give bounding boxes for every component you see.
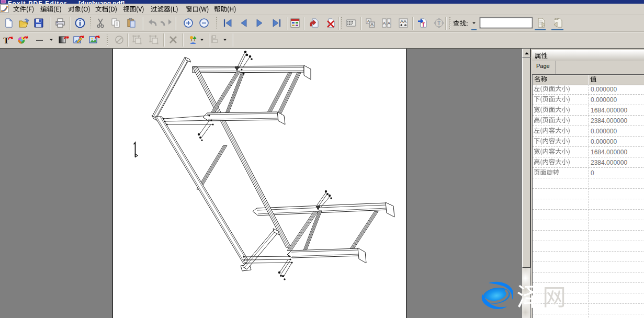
svg-text:A: A	[388, 21, 391, 26]
svg-text:A: A	[370, 22, 374, 27]
svg-text:T: T	[3, 36, 9, 46]
svg-text:AA: AA	[400, 19, 406, 24]
svg-text:T: T	[422, 22, 425, 28]
svg-text:T: T	[437, 20, 440, 26]
svg-text:A: A	[383, 21, 386, 26]
